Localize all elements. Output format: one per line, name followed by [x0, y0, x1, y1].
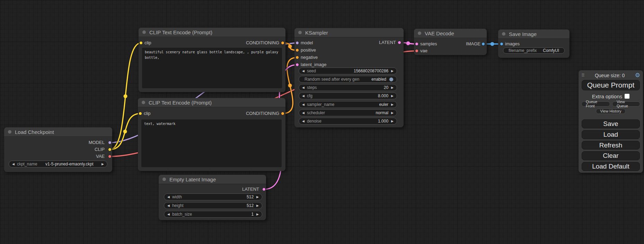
queue-size-label: Queue size: 0	[585, 73, 635, 78]
input-port-images[interactable]	[500, 42, 503, 46]
node-title-bar[interactable]: Load Checkpoint	[4, 127, 112, 137]
clear-button[interactable]: Clear	[582, 151, 640, 160]
node-vae-decode[interactable]: VAE Decode samples vae IMAGE	[414, 29, 487, 55]
node-title-bar[interactable]: CLIP Text Encode (Prompt)	[138, 98, 285, 107]
increment-icon[interactable]: ▶	[102, 162, 104, 166]
decrement-icon[interactable]: ◀	[167, 195, 170, 199]
node-clip-text-encode-negative[interactable]: CLIP Text Encode (Prompt) clip CONDITION…	[138, 98, 285, 171]
output-port-latent[interactable]	[398, 41, 401, 44]
node-clip-text-encode-positive[interactable]: CLIP Text Encode (Prompt) clip CONDITION…	[139, 28, 285, 92]
collapse-dot-icon[interactable]	[142, 101, 145, 104]
input-port-samples[interactable]	[415, 42, 418, 46]
widget-value: 512	[247, 195, 254, 199]
increment-icon[interactable]: ▶	[256, 195, 259, 199]
settings-gear-icon[interactable]: ⚙	[635, 72, 640, 78]
output-port-conditioning[interactable]	[281, 41, 284, 45]
decrement-icon[interactable]: ◀	[302, 69, 305, 73]
widget-height[interactable]: ◀ height 512 ▶	[164, 202, 262, 209]
decrement-icon[interactable]: ◀	[302, 111, 305, 115]
increment-icon[interactable]: ▶	[391, 111, 394, 115]
view-history-button[interactable]: View History	[596, 109, 626, 114]
node-title: Empty Latent Image	[169, 177, 216, 182]
load-button[interactable]: Load	[582, 130, 640, 139]
widget-steps[interactable]: ◀ steps 20 ▶	[299, 84, 397, 91]
output-port-image[interactable]	[482, 42, 485, 46]
widget-seed[interactable]: ◀ seed 156680208700286 ▶	[299, 67, 397, 74]
node-empty-latent-image[interactable]: Empty Latent Image LATENT ◀ width 512 ▶ …	[159, 175, 266, 220]
increment-icon[interactable]: ▶	[391, 94, 394, 98]
input-port-vae[interactable]	[415, 49, 418, 53]
widget-label: scheduler	[307, 110, 325, 115]
widget-label: sampler_name	[307, 102, 334, 107]
increment-icon[interactable]: ▶	[256, 204, 259, 207]
output-port-model[interactable]	[108, 141, 112, 144]
output-port-vae[interactable]	[108, 155, 112, 158]
widget-label: seed	[307, 69, 316, 73]
increment-icon[interactable]: ▶	[391, 69, 394, 73]
node-title-bar[interactable]: Empty Latent Image	[159, 175, 266, 184]
widget-sampler-name[interactable]: ◀ sampler_name euler ▶	[299, 101, 397, 108]
node-title-bar[interactable]: KSampler	[294, 28, 404, 37]
widget-scheduler[interactable]: ◀ scheduler normal ▶	[299, 109, 397, 116]
node-title-bar[interactable]: CLIP Text Encode (Prompt)	[139, 28, 285, 37]
queue-prompt-button[interactable]: Queue Prompt	[582, 80, 640, 90]
toggle-enabled-icon[interactable]	[389, 77, 394, 82]
output-label-image: IMAGE	[466, 41, 480, 46]
node-load-checkpoint[interactable]: Load Checkpoint MODEL CLIP VAE ◀ ckpt_na…	[4, 127, 112, 172]
output-port-clip[interactable]	[108, 148, 112, 151]
input-port-negative[interactable]	[295, 56, 299, 59]
decrement-icon[interactable]: ◀	[12, 162, 15, 166]
refresh-button[interactable]: Refresh	[582, 141, 640, 150]
decrement-icon[interactable]: ◀	[167, 213, 170, 216]
node-title: KSampler	[305, 30, 328, 36]
decrement-icon[interactable]: ◀	[302, 94, 305, 98]
input-port-clip[interactable]	[139, 41, 143, 45]
increment-icon[interactable]: ▶	[256, 213, 259, 216]
node-save-image[interactable]: Save Image images filename_prefix ComfyU…	[498, 29, 570, 58]
collapse-dot-icon[interactable]	[502, 32, 505, 36]
output-label-model: MODEL	[89, 140, 105, 145]
decrement-icon[interactable]: ◀	[167, 204, 170, 207]
prompt-textarea[interactable]: beautiful scenery nature glass bottle la…	[142, 48, 282, 88]
save-button[interactable]: Save	[582, 119, 640, 128]
node-ksampler[interactable]: KSampler model positive negative latent_…	[294, 28, 404, 127]
node-title: CLIP Text Encode (Prompt)	[149, 29, 212, 35]
widget-cfg[interactable]: ◀ cfg 8.000 ▶	[299, 92, 397, 99]
output-port-conditioning[interactable]	[281, 112, 284, 115]
widget-filename-prefix[interactable]: filename_prefix ComfyUI	[503, 47, 565, 54]
node-title-bar[interactable]: Save Image	[498, 29, 570, 39]
input-label-clip: clip	[144, 111, 151, 116]
output-label-vae: VAE	[96, 154, 105, 159]
prompt-textarea[interactable]: text, watermark	[141, 119, 282, 167]
increment-icon[interactable]: ▶	[391, 119, 394, 123]
node-title-bar[interactable]: VAE Decode	[414, 29, 487, 38]
widget-denoise[interactable]: ◀ denoise 1.000 ▶	[299, 118, 397, 125]
decrement-icon[interactable]: ◀	[302, 103, 305, 106]
widget-batch-size[interactable]: ◀ batch_size 1 ▶	[164, 211, 262, 218]
widget-ckpt-name[interactable]: ◀ ckpt_name v1-5-pruned-emaonly.ckpt ▶	[9, 161, 107, 168]
load-default-button[interactable]: Load Default	[582, 162, 640, 171]
decrement-icon[interactable]: ◀	[302, 86, 305, 89]
input-port-positive[interactable]	[295, 48, 299, 52]
view-queue-button[interactable]: View Queue	[612, 101, 640, 107]
collapse-dot-icon[interactable]	[298, 31, 302, 34]
collapse-dot-icon[interactable]	[418, 31, 421, 35]
node-title: Save Image	[509, 31, 537, 37]
input-port-model[interactable]	[295, 41, 299, 45]
widget-width[interactable]: ◀ width 512 ▶	[164, 193, 262, 200]
widget-random-seed-toggle[interactable]: Random seed after every gen enabled	[299, 76, 397, 83]
decrement-icon[interactable]: ◀	[302, 119, 305, 123]
increment-icon[interactable]: ▶	[391, 86, 394, 89]
node-title: VAE Decode	[425, 30, 454, 36]
extra-options-checkbox[interactable]	[625, 94, 629, 99]
input-port-clip[interactable]	[139, 112, 142, 115]
increment-icon[interactable]: ▶	[391, 103, 394, 106]
collapse-dot-icon[interactable]	[8, 130, 11, 134]
input-port-latent-image[interactable]	[295, 63, 299, 66]
collapse-dot-icon[interactable]	[162, 178, 166, 181]
queue-front-button[interactable]: Queue Front	[581, 101, 610, 107]
output-port-latent[interactable]	[262, 188, 266, 191]
drag-handle-icon[interactable]: ⠿	[581, 73, 585, 78]
widget-value: 20	[384, 85, 388, 90]
collapse-dot-icon[interactable]	[142, 30, 146, 34]
